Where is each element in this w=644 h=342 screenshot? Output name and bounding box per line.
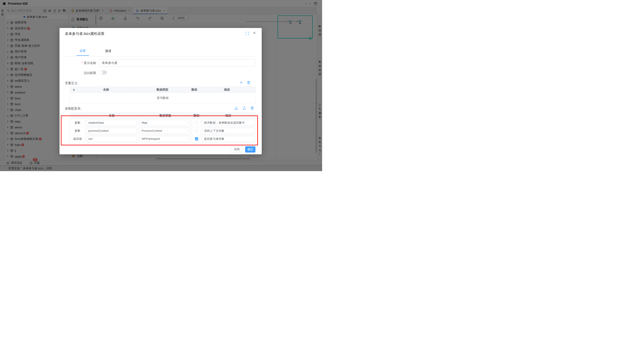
param-kind: 参数: [70, 127, 85, 135]
chevron-down-icon: ∨: [188, 122, 189, 124]
properties-dialog: 表单参与者.bizx属性设置 ✕ 设置描述 显示名称 表单参与者 访问权限 变量…: [60, 28, 262, 154]
param-desc-input[interactable]: 相关数据，表单数据在该对象中: [202, 120, 254, 126]
delete-params-icon[interactable]: [250, 106, 254, 110]
params-section-label: 参数配置表:: [65, 107, 82, 111]
display-name-label: 显示名称: [72, 61, 96, 65]
dialog-tab[interactable]: 描述: [102, 49, 114, 56]
params-table: 名称数据类型数组描述 参数 relativeData Map∨ 相关数据，表单数…: [70, 112, 256, 143]
delete-variable-icon[interactable]: [247, 81, 250, 84]
param-row: 参数 relativeData Map∨ 相关数据，表单数据在该对象中: [70, 119, 256, 127]
export-params-icon[interactable]: [242, 106, 246, 110]
dialog-title: 表单参与者.bizx属性设置: [65, 32, 104, 36]
param-type-select[interactable]: WFParticipant∨: [140, 136, 191, 142]
param-name-input[interactable]: processContext: [86, 128, 137, 134]
param-desc-input[interactable]: 返回参与者对象: [202, 136, 254, 142]
add-variable-icon[interactable]: +: [240, 80, 242, 85]
param-name-input[interactable]: relativeData: [86, 120, 137, 126]
access-label: 访问权限: [72, 71, 96, 75]
array-checkbox[interactable]: [195, 121, 198, 124]
table-header-row: 名称数据类型数组描述: [70, 113, 256, 119]
variables-table: #名称数据类型数组描述 暂无数据: [70, 86, 256, 103]
param-kind: 返回值: [70, 135, 85, 143]
chevron-down-icon: ∨: [188, 138, 189, 140]
table-empty-row: 暂无数据: [70, 93, 256, 103]
close-button[interactable]: 关闭: [230, 146, 243, 152]
param-type-select[interactable]: ProcessContext∨: [140, 128, 191, 134]
variables-section-label: 变量定义:: [65, 81, 78, 85]
display-name-input[interactable]: 表单参与者: [99, 59, 256, 67]
param-type-select[interactable]: Map∨: [140, 120, 191, 126]
param-name-input[interactable]: out: [86, 136, 137, 142]
param-kind: 参数: [70, 119, 85, 127]
import-params-icon[interactable]: [234, 106, 238, 110]
array-checkbox[interactable]: [195, 137, 198, 140]
fullscreen-icon[interactable]: [246, 32, 249, 35]
table-header-row: #名称数据类型数组描述: [70, 87, 256, 93]
param-desc-input[interactable]: 流程上下文对象: [202, 128, 254, 134]
array-checkbox[interactable]: [195, 129, 198, 132]
chevron-down-icon: ∨: [188, 130, 189, 132]
param-row: 返回值 out WFParticipant∨ 返回参与者对象: [70, 135, 256, 143]
close-icon[interactable]: ✕: [253, 31, 256, 35]
ok-button[interactable]: 确定: [245, 146, 256, 152]
dialog-tabs: 设置描述: [76, 49, 114, 56]
dialog-tab[interactable]: 设置: [76, 49, 89, 56]
param-row: 参数 processContext ProcessContext∨ 流程上下文对…: [70, 127, 256, 135]
access-toggle[interactable]: [99, 70, 107, 74]
